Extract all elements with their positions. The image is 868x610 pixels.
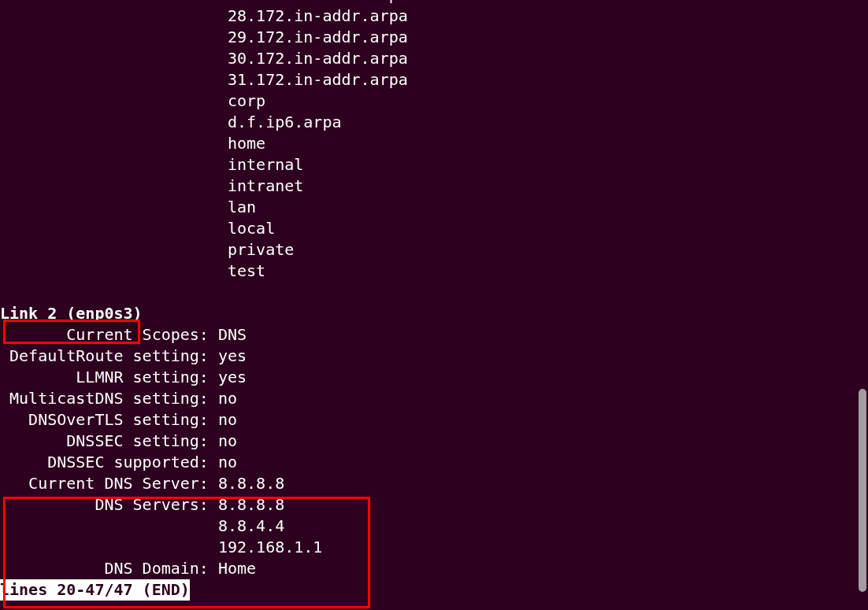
domain-entry: 29.172.in-addr.arpa <box>0 27 868 48</box>
setting-row: DNSSEC setting: no <box>0 431 868 452</box>
domain-entry: 31.172.in-addr.arpa <box>0 69 868 91</box>
domain-entry: 30.172.in-addr.arpa <box>0 48 868 69</box>
setting-row: DNSSEC supported: no <box>0 452 868 473</box>
setting-row: Current DNS Server: 8.8.8.8 <box>0 473 868 494</box>
domain-entry: corp <box>0 91 868 112</box>
domain-entry: local <box>0 218 868 239</box>
blank-line <box>0 282 868 303</box>
setting-row: DNS Servers: 8.8.8.8 <box>0 494 868 516</box>
setting-row: MulticastDNS setting: no <box>0 388 868 409</box>
setting-row: DefaultRoute setting: yes <box>0 346 868 367</box>
domain-entry: 28.172.in-addr.arpa <box>0 6 868 27</box>
domain-entry: home <box>0 133 868 154</box>
domain-entry: private <box>0 239 868 261</box>
setting-row: DNSOverTLS setting: no <box>0 409 868 431</box>
pager-status-line: lines 20-47/47 (END) <box>0 579 868 601</box>
domain-entry: internal <box>0 154 868 176</box>
pager-status-text: lines 20-47/47 (END) <box>0 579 190 601</box>
setting-row: LLMNR setting: yes <box>0 367 868 388</box>
setting-row: DNS Domain: Home <box>0 558 868 579</box>
setting-row: Current Scopes: DNS <box>0 324 868 346</box>
scrollbar-thumb[interactable] <box>859 389 866 592</box>
domain-entry: d.f.ip6.arpa <box>0 112 868 133</box>
domain-entry: intranet <box>0 176 868 197</box>
domain-entry: test <box>0 261 868 282</box>
setting-row: 8.8.4.4 <box>0 516 868 537</box>
link-header: Link 2 (enp0s3) <box>0 303 868 324</box>
setting-row: 192.168.1.1 <box>0 537 868 558</box>
domain-entry: lan <box>0 197 868 218</box>
domain-entry: 27.172.in-addr.arpa <box>0 0 868 6</box>
terminal-output[interactable]: 27.172.in-addr.arpa 28.172.in-addr.arpa … <box>0 0 868 601</box>
scrollbar-track[interactable] <box>857 0 868 610</box>
